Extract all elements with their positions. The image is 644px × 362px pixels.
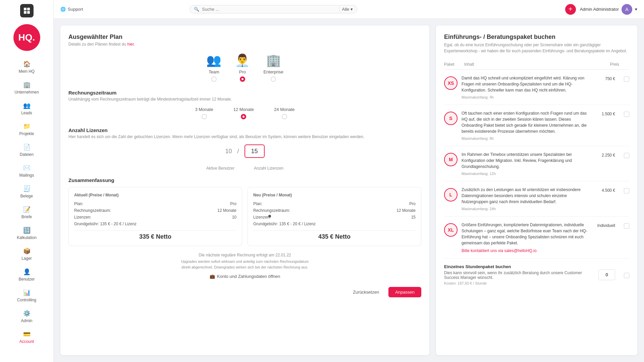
sidebar-nav: 🏠 Mein HQ 🏢 Unternehmen 👥 Leads 📁 Projek… [0,56,53,348]
new-plan-row: Plan: Pro [253,201,416,206]
pkg-content-xl: Größere Einführungen, kompliziertere Dat… [462,222,588,253]
license-count-input[interactable] [245,144,265,158]
billing-option-12m[interactable]: 12 Monate [233,107,254,119]
package-xs: XS Damit das HQ schnell und unkomplizier… [444,70,629,105]
panel-subtitle: Details zu den Plänen findest du hier. [68,42,421,47]
sidebar-item-briefe[interactable]: 📝 Briefe [3,202,51,223]
billing-radio-12m[interactable] [241,114,246,119]
header-preis: Preis [592,62,619,67]
sidebar-item-unternehmen[interactable]: 🏢 Unternehmen [3,78,51,98]
header-paket: Paket [444,62,464,67]
pkg-table-header: Paket Inhalt Preis [444,59,629,70]
checkbox-m[interactable] [624,153,629,158]
company-icon: 🏢 [23,81,31,88]
leads-icon: 👥 [23,102,31,109]
sidebar-logo-main: HQ. [13,24,40,51]
sidebar-item-belege[interactable]: 🧾 Belege [3,182,51,202]
sidebar-item-benutzer[interactable]: 👤 Benutzer [3,265,51,285]
apply-button[interactable]: Anpassen [388,287,421,297]
konto-link[interactable]: 💼 Konto und Zahlungsdaten öffnen [68,274,421,279]
checkbox-l[interactable] [624,188,629,193]
current-billing-row: Rechnungszeitraum: 12 Monate [74,208,236,213]
sidebar-item-account[interactable]: 💳 Account [3,327,51,347]
checkbox-stunden[interactable] [624,273,629,278]
billing-option-3m[interactable]: 3 Monate [195,107,213,119]
plan-option-team[interactable]: 👥 Team [206,53,221,82]
pkg-price-m: 2.250 € [592,152,615,158]
license-row: 10 / [68,144,421,158]
summary-boxes: Aktuell (Preise / Monat) Plan: Pro Rechn… [68,187,421,246]
new-billing-row: Rechnungszeitraum: 12 Monate [253,208,416,213]
left-panel: Ausgewählter Plan Details zu den Plänen … [60,25,429,355]
billing-section-title: Rechnungszeitraum [68,90,421,96]
pro-icon: 👨‍💼 [235,53,250,67]
package-xl: XL Größere Einführungen, kompliziertere … [444,217,629,259]
checkbox-xs[interactable] [624,76,629,82]
pkg-check-xs [619,75,629,82]
stunden-kosten: Kosten: 187,50 € / Stunde [444,281,594,285]
right-panel-title: Einführungs- / Beratungspaket buchen [444,34,629,41]
badge-xl: XL [444,223,458,237]
checkbox-xl[interactable] [624,223,629,229]
plan-radio-enterprise[interactable] [271,76,276,82]
benutzer-icon: 👤 [23,268,31,276]
billing-radio-24m[interactable] [282,114,287,119]
license-labels: Aktive Benutzer Anzahl Lizenzen [68,166,421,171]
sales-link[interactable]: Bitte kontaktiert uns via sales@helloHQ.… [462,248,537,253]
sidebar-item-kalkulation[interactable]: 🔢 Kalkulation [3,223,51,243]
search-input[interactable] [202,7,336,12]
pkg-content-m: Im Rahmen der Timebox unterstützen unser… [462,152,588,176]
stunden-desc: Dies kann sinnvoll sein, wenn ihr zusätz… [444,270,594,280]
new-grundgebuehr: Grundgebühr: 135 € - 20 € / Lizenz [253,222,416,226]
user-menu[interactable]: Admin Administrator A ▾ [580,4,637,15]
add-button[interactable]: + [565,4,576,15]
sidebar-item-controlling[interactable]: 📊 Controlling [3,286,51,306]
billing-option-24m[interactable]: 24 Monate [274,107,294,119]
plan-option-pro[interactable]: 👨‍💼 Pro [235,53,250,82]
sidebar-item-lager[interactable]: 📦 Lager [3,244,51,264]
checkbox-s[interactable] [624,112,629,117]
sidebar-item-leads[interactable]: 👥 Leads [3,99,51,119]
sidebar-item-dateien[interactable]: 📄 Dateien [3,140,51,160]
svg-rect-1 [27,8,30,10]
pkg-content-l: Zusätzlich zu den Leistungen aus M unter… [462,187,588,211]
panel-title: Ausgewählter Plan [68,34,421,41]
search-filter-dropdown[interactable]: Alle ▾ [339,7,353,12]
sidebar-item-mailings[interactable]: ✉️ Mailings [3,161,51,181]
new-licenses-row: Lizenzen: 15 [253,215,416,220]
pkg-content-xs: Damit das HQ schnell und unkompliziert e… [462,75,588,99]
support-link[interactable]: 🌐 Support [60,7,83,12]
current-licenses-row: Lizenzen: 10 [74,215,236,220]
plan-option-enterprise[interactable]: 🏢 Enterprise [263,53,283,82]
pkg-maxumfang-xs: Maximalumfang: 4h [462,95,588,99]
current-box-title: Aktuell (Preise / Monat) [74,193,236,197]
right-panel: Einführungs- / Beratungspaket buchen Ega… [436,25,637,355]
stunden-input[interactable] [598,269,615,280]
topbar: 🌐 Support 🔍 Alle ▾ + Admin Administrator… [54,0,644,19]
briefcase-icon: 💼 [210,274,215,279]
pkg-price-xl: Individuell [592,222,615,228]
svg-rect-2 [24,11,26,14]
package-m: M Im Rahmen der Timebox unterstützen uns… [444,146,629,181]
licenses-section-title: Anzahl Lizenzen [68,127,421,133]
billing-radio-3m[interactable] [202,114,207,119]
avatar: A [622,4,632,15]
sidebar-item-admin[interactable]: ⚙️ Admin [3,306,51,326]
svg-rect-0 [24,8,26,10]
plan-radio-team[interactable] [211,76,217,82]
stunden-row: Einzelnes Stundenpaket buchen Dies kann … [444,259,629,291]
current-total: 335 € Netto [74,230,236,240]
hier-link[interactable]: hier. [127,42,135,47]
pkg-price-l: 4.500 € [592,187,615,193]
sidebar-item-mein-hq[interactable]: 🏠 Mein HQ [3,57,51,77]
pkg-maxumfang-s: Maximalumfang: 8h [462,136,588,140]
current-grundgebuehr: Grundgebühr: 135 € - 20 € / Lizenz [74,222,236,226]
pkg-maxumfang-l: Maximalumfang: 24h [462,207,588,211]
pkg-desc-m: Im Rahmen der Timebox unterstützen unser… [462,152,588,170]
new-box-title: Neu (Preise / Monat) [253,193,416,197]
pkg-check-s [619,110,629,117]
sidebar-item-projekte[interactable]: 📁 Projekte [3,119,51,139]
upgrade-note: Upgrades werden sofort wirksam und antei… [178,259,312,270]
plan-radio-pro[interactable] [240,76,245,82]
reset-button[interactable]: Zurücksetzen [347,287,384,297]
